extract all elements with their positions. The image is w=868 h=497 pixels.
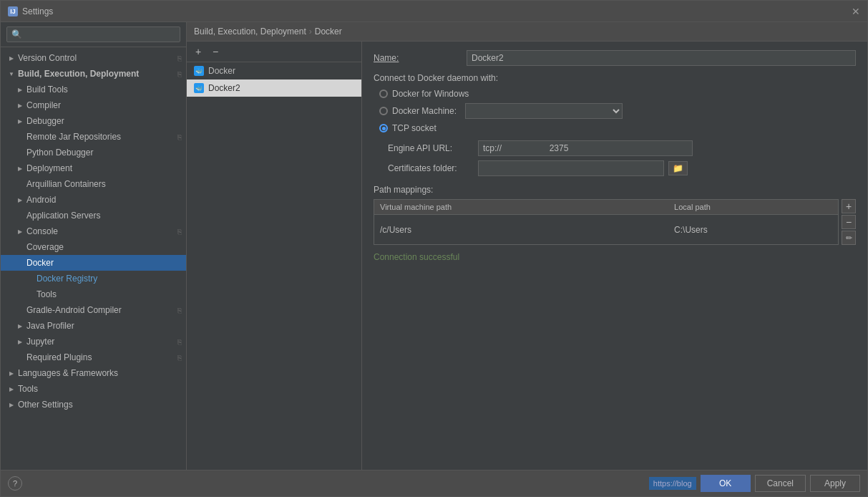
sidebar-item-jupyter[interactable]: ▶ Jupyter ⎘ bbox=[1, 334, 186, 349]
settings-dialog: IJ Settings ✕ ▶ Version Control ⎘ ▼ Buil… bbox=[0, 0, 868, 497]
certs-input[interactable] bbox=[478, 160, 664, 176]
expand-icon: ▶ bbox=[6, 53, 16, 63]
add-docker-button[interactable]: + bbox=[191, 44, 205, 59]
docker-list-toolbar: + − bbox=[187, 42, 361, 62]
sidebar-item-label: Android bbox=[26, 195, 56, 205]
sidebar-item-android[interactable]: ▶ Android bbox=[1, 192, 186, 208]
expand-icon: ▶ bbox=[15, 195, 25, 205]
copy-icon: ⎘ bbox=[177, 54, 186, 62]
radio-windows[interactable] bbox=[379, 90, 388, 98]
sidebar-item-required-plugins[interactable]: ▶ Required Plugins ⎘ bbox=[1, 349, 186, 365]
sidebar-item-docker[interactable]: ▶ Docker bbox=[1, 255, 186, 271]
connection-success-message: Connection successful bbox=[374, 252, 856, 262]
radio-tcp[interactable] bbox=[379, 124, 388, 132]
path-mappings-table: Virtual machine path Local path /c/Users… bbox=[374, 199, 839, 245]
sidebar-tree: ▶ Version Control ⎘ ▼ Build, Execution, … bbox=[1, 47, 186, 470]
expand-icon: ▶ bbox=[15, 85, 25, 95]
copy-icon: ⎘ bbox=[177, 133, 186, 141]
sidebar-item-java-profiler[interactable]: ▶ Java Profiler bbox=[1, 318, 186, 334]
edit-mapping-button[interactable]: ✏ bbox=[842, 231, 856, 245]
sidebar-item-build-execution[interactable]: ▼ Build, Execution, Deployment ⎘ bbox=[1, 66, 186, 82]
radio-row-machine[interactable]: Docker Machine: bbox=[379, 103, 856, 119]
sidebar-item-compiler[interactable]: ▶ Compiler bbox=[1, 97, 186, 113]
cell-vm-path: /c/Users bbox=[374, 215, 669, 245]
copy-icon: ⎘ bbox=[177, 354, 186, 362]
search-input[interactable] bbox=[6, 26, 180, 42]
sidebar-item-gradle-android[interactable]: ▶ Gradle-Android Compiler ⎘ bbox=[1, 302, 186, 318]
expand-icon: ▶ bbox=[6, 368, 16, 378]
sidebar-item-label: Deployment bbox=[26, 163, 72, 173]
add-mapping-button[interactable]: + bbox=[842, 199, 856, 213]
sidebar-item-docker-registry[interactable]: ▶ Docker Registry bbox=[1, 271, 186, 286]
sidebar-item-arquillian[interactable]: ▶ Arquillian Containers bbox=[1, 176, 186, 192]
name-input[interactable] bbox=[467, 50, 856, 66]
radio-machine[interactable] bbox=[379, 107, 388, 115]
sidebar-item-app-servers[interactable]: ▶ Application Servers bbox=[1, 208, 186, 223]
sidebar-item-label: Java Profiler bbox=[26, 321, 74, 331]
sidebar-item-build-tools[interactable]: ▶ Build Tools bbox=[1, 82, 186, 97]
sidebar-item-tools-docker[interactable]: ▶ Tools bbox=[1, 286, 186, 302]
sidebar-item-console[interactable]: ▶ Console ⎘ bbox=[1, 223, 186, 239]
remove-mapping-button[interactable]: − bbox=[842, 215, 856, 229]
sidebar-item-coverage[interactable]: ▶ Coverage bbox=[1, 239, 186, 255]
breadcrumb-bar: Build, Execution, Deployment › Docker bbox=[187, 22, 867, 42]
sidebar-item-python-debugger[interactable]: ▶ Python Debugger bbox=[1, 145, 186, 160]
title-bar-left: IJ Settings bbox=[8, 6, 53, 16]
remove-docker-button[interactable]: − bbox=[208, 44, 223, 59]
col-local-path: Local path bbox=[668, 200, 838, 215]
sidebar-item-debugger[interactable]: ▶ Debugger bbox=[1, 113, 186, 129]
mappings-section: Path mappings: Virtual machine path Loca… bbox=[374, 185, 856, 245]
radio-row-windows[interactable]: Docker for Windows bbox=[379, 89, 856, 99]
expand-icon: ▼ bbox=[6, 69, 16, 79]
browse-certs-button[interactable]: 📁 bbox=[668, 161, 688, 175]
sidebar-item-label: Required Plugins bbox=[26, 352, 92, 362]
expand-icon: ▶ bbox=[15, 337, 25, 347]
breadcrumb-part2: Docker bbox=[315, 26, 342, 37]
expand-icon: ▶ bbox=[15, 226, 25, 236]
footer-right: https://blog OK Cancel Apply bbox=[649, 475, 860, 492]
sidebar-item-version-control[interactable]: ▶ Version Control ⎘ bbox=[1, 50, 186, 66]
certs-row: Certificates folder: 📁 bbox=[388, 160, 856, 176]
search-box bbox=[1, 22, 186, 47]
sidebar-item-label: Tools bbox=[18, 384, 38, 394]
sidebar-item-label: Docker bbox=[26, 258, 54, 268]
help-button[interactable]: ? bbox=[8, 476, 22, 491]
app-icon: IJ bbox=[8, 6, 18, 16]
docker-list-item-docker1[interactable]: 🐳 Docker bbox=[187, 62, 361, 79]
engine-api-label: Engine API URL: bbox=[388, 143, 474, 153]
sidebar-item-label: Version Control bbox=[18, 53, 77, 63]
sidebar-item-label: Docker Registry bbox=[36, 274, 97, 284]
sidebar-item-remote-jar[interactable]: ▶ Remote Jar Repositories ⎘ bbox=[1, 129, 186, 145]
radio-row-tcp[interactable]: TCP socket bbox=[379, 123, 856, 133]
expand-icon: ▶ bbox=[15, 100, 25, 110]
expand-icon: ▶ bbox=[15, 321, 25, 331]
sidebar-item-label: Other Settings bbox=[18, 400, 73, 410]
docker-item-icon: 🐳 bbox=[194, 66, 204, 76]
mappings-side-buttons: + − ✏ bbox=[842, 199, 856, 245]
docker-list-item-docker2[interactable]: 🐳 Docker2 bbox=[187, 79, 361, 97]
cancel-button[interactable]: Cancel bbox=[755, 475, 806, 492]
title-bar: IJ Settings ✕ bbox=[1, 1, 867, 22]
docker-machine-dropdown[interactable] bbox=[465, 103, 623, 119]
breadcrumb-separator: › bbox=[309, 26, 312, 37]
ok-button[interactable]: OK bbox=[701, 475, 751, 492]
sidebar-item-tools-top[interactable]: ▶ Tools bbox=[1, 381, 186, 397]
sidebar-item-languages[interactable]: ▶ Languages & Frameworks bbox=[1, 365, 186, 381]
sidebar-item-label: Console bbox=[26, 226, 58, 236]
sidebar: ▶ Version Control ⎘ ▼ Build, Execution, … bbox=[1, 22, 187, 470]
expand-icon: ▶ bbox=[6, 400, 16, 410]
radio-label-machine: Docker Machine: bbox=[392, 106, 457, 116]
expand-icon: ▶ bbox=[15, 163, 25, 173]
breadcrumb-part1: Build, Execution, Deployment bbox=[194, 26, 306, 37]
sidebar-item-label: Languages & Frameworks bbox=[18, 368, 118, 378]
sidebar-item-deployment[interactable]: ▶ Deployment bbox=[1, 160, 186, 176]
close-button[interactable]: ✕ bbox=[852, 6, 860, 17]
engine-api-input[interactable] bbox=[478, 140, 693, 156]
expand-icon: ▶ bbox=[6, 384, 16, 394]
sidebar-item-other-settings[interactable]: ▶ Other Settings bbox=[1, 397, 186, 412]
table-row[interactable]: /c/Users C:\Users bbox=[374, 215, 839, 245]
certs-label: Certificates folder: bbox=[388, 163, 474, 173]
sidebar-item-label: Arquillian Containers bbox=[26, 179, 106, 189]
dialog-title: Settings bbox=[22, 6, 53, 16]
apply-button[interactable]: Apply bbox=[810, 475, 860, 492]
